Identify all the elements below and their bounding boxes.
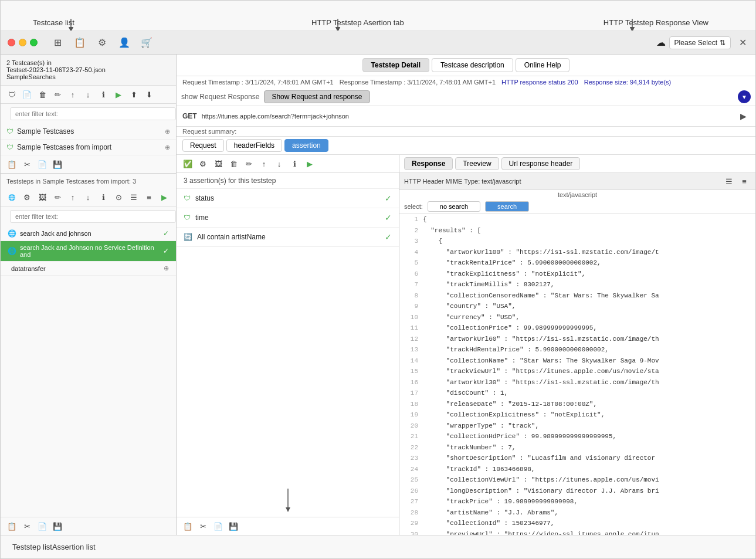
tab-teststep-detail[interactable]: Teststep Detail (362, 58, 429, 72)
notes-button[interactable]: 📋 (72, 35, 88, 51)
assert-up-btn[interactable]: ↑ (257, 157, 270, 170)
assertion-panel: ✅ ⚙ 🖼 🗑 ✏ ↑ ↓ ℹ ▶ 3 assertion(s) for thi… (177, 155, 399, 535)
sub-tab-assertion[interactable]: assertion (284, 139, 328, 152)
down-btn[interactable]: ↓ (82, 88, 94, 101)
trash-btn[interactable]: 🗑 (36, 88, 49, 101)
export-btn[interactable]: ⬆ (127, 88, 140, 101)
run-btn[interactable]: ▶ (112, 88, 125, 101)
bottom-cut-btn[interactable]: ✂ (21, 520, 33, 533)
settings-button[interactable]: ⚙ (94, 35, 110, 51)
assert-run-btn[interactable]: ▶ (303, 157, 316, 170)
up-btn[interactable]: ↑ (66, 88, 79, 101)
ts-info-btn[interactable]: ℹ (97, 191, 110, 204)
mime-list-btn[interactable]: ≡ (738, 175, 751, 188)
maximize-button[interactable] (30, 39, 38, 46)
assert-trash-btn[interactable]: 🗑 (227, 157, 240, 170)
sub-tab-header-fields[interactable]: headerFields (226, 139, 282, 152)
info-btn[interactable]: ℹ (97, 88, 110, 101)
tc-group-2[interactable]: 🛡 Sample Testcases from import ⊕ (1, 140, 176, 155)
ts-circle-btn[interactable]: ⊙ (112, 191, 125, 204)
mime-align-btn[interactable]: ☰ (723, 175, 735, 188)
teststep-filter-wrap (1, 206, 176, 226)
json-line: 20 "wrapperType" : "track", (399, 421, 755, 432)
ts-list2-btn[interactable]: ≡ (143, 191, 155, 204)
search-bar: select: no search search (399, 199, 755, 214)
cut-btn[interactable]: ✂ (21, 158, 33, 171)
ts-shield-btn[interactable]: 🌐 (5, 191, 18, 204)
user-button[interactable]: 👤 (116, 35, 133, 51)
dropdown-arrows-icon: ⇅ (720, 39, 726, 47)
assert-down-btn[interactable]: ↓ (273, 157, 286, 170)
minimize-button[interactable] (19, 39, 26, 46)
mime-icons: ☰ ≡ (723, 175, 751, 188)
tab-treeview[interactable]: Treeview (455, 157, 499, 170)
teststep-filter-input[interactable] (10, 210, 176, 223)
testcase-item-1[interactable]: 🌐 search Jack and johnson ✓ (1, 226, 176, 241)
tc-check-1: ✓ (163, 229, 169, 238)
assert-copy-btn[interactable]: 📋 (181, 520, 194, 533)
assert-save-btn[interactable]: 💾 (227, 520, 240, 533)
tab-testcase-description[interactable]: Testcase description (432, 58, 513, 72)
annotation-http-response: HTTP Teststep Response View (604, 18, 708, 27)
json-line: 22 "trackNumber" : 7, (399, 442, 755, 453)
show-req-resp-button[interactable]: Show Request and response (264, 90, 369, 103)
right-panel: Teststep Detail Testcase description Onl… (177, 55, 755, 535)
copy-btn[interactable]: 📄 (21, 88, 33, 101)
tab-response[interactable]: Response (404, 157, 453, 170)
sidebar-info: 2 Testcase(s) in Testset-2023-11-06T23-2… (1, 55, 176, 86)
play-button[interactable]: ▶ (737, 110, 750, 123)
please-select-dropdown[interactable]: Please Select ⇅ (669, 36, 731, 49)
ts-run-btn[interactable]: ▶ (158, 191, 171, 204)
tab-url-response-header[interactable]: Url response header (501, 157, 581, 170)
copy-btn-2[interactable]: 📋 (5, 158, 18, 171)
assertion-item-3[interactable]: 🔄 All contain artistName ✓ (177, 228, 399, 247)
close-button[interactable] (8, 39, 15, 46)
bottom-annotation: Teststep list Assertion list (1, 535, 755, 558)
edit-btn[interactable]: ✏ (51, 88, 64, 101)
json-line: 24 "trackId" : 1063466898, (399, 464, 755, 475)
title-icons: ⊞ 📋 ⚙ 👤 🛒 (49, 35, 155, 51)
save-btn[interactable]: 💾 (51, 158, 64, 171)
ts-img-btn[interactable]: 🖼 (36, 191, 49, 204)
tc-group-1-badge: ⊕ (165, 128, 170, 135)
bottom-copy-btn[interactable]: 📋 (5, 520, 18, 533)
ts-up-btn[interactable]: ↑ (66, 191, 79, 204)
tab-online-help[interactable]: Online Help (516, 58, 570, 72)
tc-item-1-label: search Jack and johnson (20, 230, 160, 237)
assert-paste-btn[interactable]: 📄 (212, 520, 225, 533)
assertion-item-2[interactable]: 🛡 time ✓ (177, 208, 399, 228)
assert-edit-btn[interactable]: ✏ (242, 157, 255, 170)
json-line: 8 "collectionCensoredName" : "Star Wars:… (399, 290, 755, 301)
sidebar-toggle-button[interactable]: ⊞ (49, 35, 66, 51)
assert-cut-btn[interactable]: ✂ (196, 520, 209, 533)
cart-button[interactable]: 🛒 (138, 35, 155, 51)
search-button[interactable]: search (485, 201, 529, 212)
json-line: 11 "collectionPrice" : 99.98999999999999… (399, 323, 755, 334)
expand-button[interactable]: ▼ (738, 90, 751, 103)
no-search-button[interactable]: no search (428, 201, 480, 212)
ts-list-btn[interactable]: ☰ (127, 191, 140, 204)
shield-btn[interactable]: 🛡 (5, 88, 18, 101)
assert-settings-btn[interactable]: ⚙ (196, 157, 209, 170)
ts-settings-btn[interactable]: ⚙ (21, 191, 33, 204)
tc-group-1[interactable]: 🛡 Sample Testcases ⊕ (1, 124, 176, 140)
bottom-paste-btn[interactable]: 📄 (36, 520, 49, 533)
copy-toolbar: 📋 ✂ 📄 💾 (1, 155, 176, 174)
bottom-save-btn[interactable]: 💾 (51, 520, 64, 533)
ts-trash-btn[interactable]: ✏ (51, 191, 64, 204)
please-select-label: Please Select (674, 39, 717, 47)
assertion-item-1[interactable]: 🛡 status ✓ (177, 189, 399, 208)
assert-check-btn[interactable]: ✅ (181, 157, 194, 170)
annotation-teststep-list: Teststep list (12, 543, 52, 551)
assert-info-btn[interactable]: ℹ (288, 157, 301, 170)
sub-tab-request[interactable]: Request (182, 139, 224, 152)
paste-btn[interactable]: 📄 (36, 158, 49, 171)
import-btn[interactable]: ⬇ (143, 88, 155, 101)
testcase-item-datatransfer[interactable]: datatransfer ⊕ (1, 262, 176, 276)
testcase-item-2[interactable]: 🌐 search Jack and Johnson no Service Def… (1, 241, 176, 262)
testcase-filter-input[interactable] (10, 107, 176, 120)
json-line: 21 "collectionHdPrice" : 99.989999999999… (399, 431, 755, 442)
assert-image-btn[interactable]: 🖼 (212, 157, 225, 170)
window-close-button[interactable]: ✕ (734, 35, 751, 51)
ts-down-btn[interactable]: ↓ (82, 191, 94, 204)
